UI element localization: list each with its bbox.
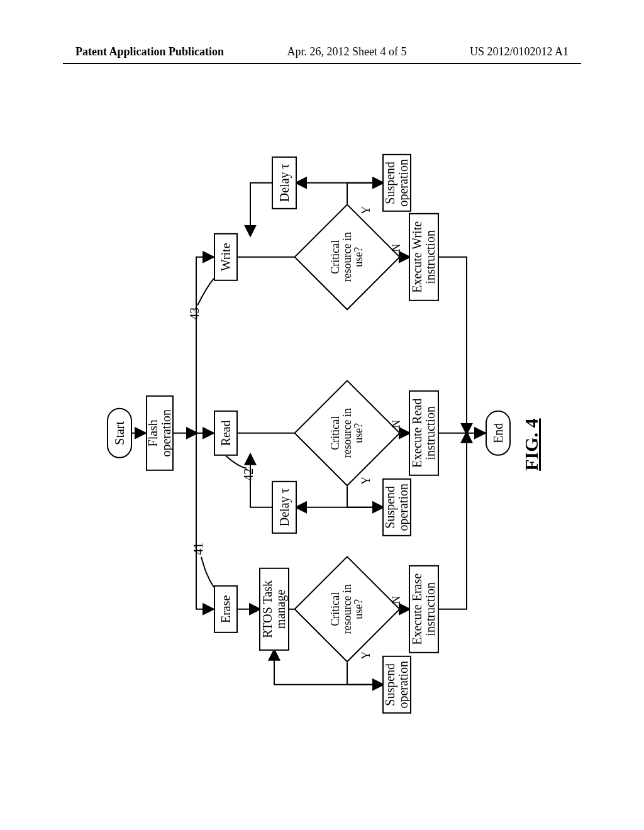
- header-rule: [63, 63, 581, 64]
- erase-decision-text: Critical resource in use?: [309, 572, 385, 647]
- suspend-read: Suspend operation: [382, 479, 411, 536]
- page-header: Patent Application Publication Apr. 26, …: [0, 45, 644, 58]
- write-decision: Critical resource in use?: [309, 219, 385, 295]
- read-y: Y: [360, 477, 373, 485]
- write-decision-text: Critical resource in use?: [309, 219, 385, 295]
- page: Patent Application Publication Apr. 26, …: [0, 0, 644, 830]
- erase-decision: Critical resource in use?: [309, 572, 385, 647]
- exec-read: Execute Read instruction: [409, 390, 439, 476]
- ref-43: 43: [187, 307, 202, 320]
- exec-write: Execute Write instruction: [409, 213, 439, 301]
- erase-n: N: [390, 596, 403, 604]
- read-node: Read: [214, 411, 238, 456]
- suspend-write: Suspend operation: [382, 154, 411, 212]
- read-decision: Critical resource in use?: [309, 396, 385, 471]
- figure-label: FIG. 4: [521, 418, 542, 470]
- write-n: N: [390, 244, 403, 252]
- exec-erase: Execute Erase instruction: [409, 565, 439, 653]
- header-mid: Apr. 26, 2012 Sheet 4 of 5: [287, 45, 407, 58]
- suspend-erase: Suspend operation: [382, 656, 411, 714]
- figure-rotator: Start Flash operation Erase Read Write 4…: [96, 131, 548, 735]
- ref-41: 41: [191, 543, 206, 555]
- write-node: Write: [214, 233, 238, 281]
- header-right: US 2012/0102012 A1: [470, 45, 569, 58]
- end-node: End: [486, 411, 511, 456]
- read-n: N: [390, 420, 403, 428]
- header-left: Patent Application Publication: [75, 45, 224, 58]
- start-node: Start: [107, 408, 132, 458]
- delay-read: Delay τ: [272, 481, 297, 534]
- rtos-node: RTOS Task manage: [259, 568, 289, 651]
- flash-operation-node: Flash operation: [146, 396, 174, 471]
- erase-y: Y: [360, 651, 373, 660]
- ref-42: 42: [242, 468, 256, 481]
- erase-node: Erase: [214, 585, 238, 633]
- flowchart: Start Flash operation Erase Read Write 4…: [96, 131, 548, 735]
- delay-write: Delay τ: [272, 157, 297, 209]
- read-decision-text: Critical resource in use?: [309, 396, 385, 471]
- write-y: Y: [360, 206, 373, 214]
